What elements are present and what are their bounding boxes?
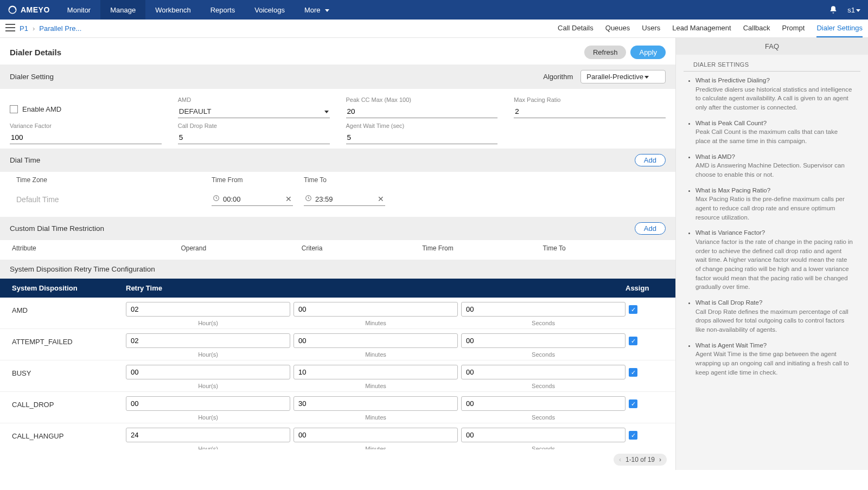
- disposition-name: CALL_HANGUP: [12, 428, 126, 440]
- faq-item: What is AMD?AMD is Answering Machine Det…: [695, 152, 854, 179]
- time-from-value: 00:00: [223, 195, 282, 203]
- faq-question: What is AMD?: [695, 152, 854, 162]
- retry-hours-input[interactable]: [126, 428, 290, 442]
- seconds-label: Seconds: [461, 383, 626, 389]
- tab-callback[interactable]: Callback: [743, 20, 770, 37]
- faq-answer: Call Drop Rate defines the maximum perce…: [695, 307, 854, 334]
- enable-amd-checkbox[interactable]: [10, 105, 18, 113]
- tab-lead-management[interactable]: Lead Management: [672, 20, 731, 37]
- restrict-col: Operand: [181, 244, 301, 252]
- calldrop-input[interactable]: [178, 131, 330, 144]
- retry-hours-input[interactable]: [126, 302, 290, 317]
- assign-checkbox[interactable]: ✓: [629, 368, 637, 377]
- time-from-input[interactable]: 00:00 ✕: [212, 192, 293, 206]
- retry-row: BUSY Hour(s) Minutes Seconds ✓: [0, 360, 675, 392]
- faq-section-label: DIALER SETTINGS: [684, 55, 860, 72]
- assign-checkbox[interactable]: ✓: [629, 431, 637, 440]
- topnav-item-workbench[interactable]: Workbench: [145, 0, 201, 20]
- faq-item: What is Call Drop Rate?Call Drop Rate de…: [695, 298, 854, 334]
- retry-minutes-input[interactable]: [293, 365, 458, 379]
- faq-item: What is Agent Wait Time?Agent Wait Time …: [695, 341, 854, 377]
- sub-nav: P1 › Parallel Pre... Call DetailsQueuesU…: [0, 20, 868, 38]
- user-menu[interactable]: s1: [847, 6, 860, 14]
- retry-minutes-input[interactable]: [293, 302, 458, 317]
- topnav-item-manage[interactable]: Manage: [100, 0, 145, 20]
- variance-input[interactable]: [10, 131, 162, 144]
- hamburger-icon[interactable]: [5, 24, 15, 33]
- retry-hours-input[interactable]: [126, 333, 290, 348]
- pager-text: 1-10 of 19: [626, 456, 655, 463]
- algorithm-select[interactable]: Parallel-Predictive: [580, 70, 666, 83]
- add-dial-time-button[interactable]: Add: [635, 154, 666, 166]
- col-timezone: Time Zone: [16, 176, 212, 184]
- retry-seconds-input[interactable]: [461, 428, 626, 442]
- retry-row: AMD Hour(s) Minutes Seconds ✓: [0, 298, 675, 329]
- retry-minutes-input[interactable]: [293, 428, 458, 442]
- notifications-icon[interactable]: [829, 5, 838, 14]
- clock-icon: [305, 195, 312, 203]
- topnav-item-voicelogs[interactable]: Voicelogs: [245, 0, 295, 20]
- seconds-label: Seconds: [461, 414, 626, 421]
- amd-select[interactable]: DEFAULT: [178, 105, 330, 118]
- retry-seconds-input[interactable]: [461, 302, 626, 317]
- chevron-down-icon: [855, 6, 860, 14]
- hours-label: Hour(s): [126, 446, 290, 449]
- faq-item: What is Variance Factor?Variance factor …: [695, 228, 854, 292]
- disposition-name: BUSY: [12, 365, 126, 377]
- topnav-item-monitor[interactable]: Monitor: [58, 0, 100, 20]
- clear-icon[interactable]: ✕: [285, 195, 292, 203]
- assign-checkbox[interactable]: ✓: [629, 399, 637, 408]
- pager-next[interactable]: ›: [659, 456, 661, 463]
- clear-icon[interactable]: ✕: [378, 195, 384, 203]
- retry-minutes-input[interactable]: [293, 333, 458, 348]
- minutes-label: Minutes: [293, 351, 458, 358]
- refresh-button[interactable]: Refresh: [584, 46, 627, 59]
- brand-logo[interactable]: AMEYO: [0, 5, 58, 15]
- breadcrumb-p1[interactable]: P1: [20, 24, 28, 33]
- tab-queues[interactable]: Queues: [605, 20, 630, 37]
- agentwait-input[interactable]: [346, 131, 498, 144]
- topnav-item-more[interactable]: More: [295, 0, 339, 20]
- col-disposition: System Disposition: [12, 284, 126, 292]
- retry-hours-input[interactable]: [126, 396, 290, 411]
- tab-dialer-settings[interactable]: Dialer Settings: [816, 20, 863, 37]
- max-pacing-input[interactable]: [514, 105, 666, 118]
- page-title: Dialer Details: [10, 48, 61, 57]
- breadcrumb-p2[interactable]: Parallel Pre...: [39, 24, 81, 33]
- faq-question: What is Call Drop Rate?: [695, 298, 854, 307]
- chevron-down-icon: [323, 107, 329, 115]
- retry-seconds-input[interactable]: [461, 396, 626, 411]
- algorithm-value: Parallel-Predictive: [586, 73, 643, 81]
- assign-checkbox[interactable]: ✓: [629, 337, 637, 345]
- restrict-col: Criteria: [302, 244, 422, 252]
- chevron-down-icon: [324, 6, 329, 14]
- add-restriction-button[interactable]: Add: [635, 222, 666, 235]
- tab-call-details[interactable]: Call Details: [558, 20, 593, 37]
- peak-cc-label: Peak CC Max (Max 100): [346, 96, 498, 103]
- pager-prev[interactable]: ‹: [619, 456, 621, 463]
- variance-label: Variance Factor: [10, 122, 162, 129]
- col-time-to: Time To: [304, 176, 396, 184]
- max-pacing-label: Max Pacing Ratio: [514, 96, 666, 103]
- tab-users[interactable]: Users: [642, 20, 660, 37]
- restrict-col: Time From: [422, 244, 542, 252]
- retry-seconds-input[interactable]: [461, 365, 626, 379]
- faq-answer: Agent Wait Time is the time gap between …: [695, 350, 854, 377]
- assign-checkbox[interactable]: ✓: [629, 305, 637, 314]
- section-dial-time: Dial Time Add: [0, 149, 675, 172]
- amd-value: DEFAULT: [179, 107, 212, 115]
- retry-seconds-input[interactable]: [461, 333, 626, 348]
- clock-icon: [213, 195, 220, 203]
- retry-minutes-input[interactable]: [293, 396, 458, 411]
- topnav-item-reports[interactable]: Reports: [201, 0, 245, 20]
- faq-question: What is Max Pacing Ratio?: [695, 186, 854, 195]
- time-to-input[interactable]: 23:59 ✕: [304, 192, 385, 206]
- faq-question: What is Predictive Dialing?: [695, 76, 854, 85]
- tab-prompt[interactable]: Prompt: [782, 20, 805, 37]
- user-label: s1: [847, 6, 855, 14]
- apply-button[interactable]: Apply: [630, 46, 666, 59]
- col-retry-time: Retry Time: [126, 284, 626, 292]
- brand-text: AMEYO: [21, 5, 50, 14]
- peak-cc-input[interactable]: [346, 105, 498, 118]
- retry-hours-input[interactable]: [126, 365, 290, 379]
